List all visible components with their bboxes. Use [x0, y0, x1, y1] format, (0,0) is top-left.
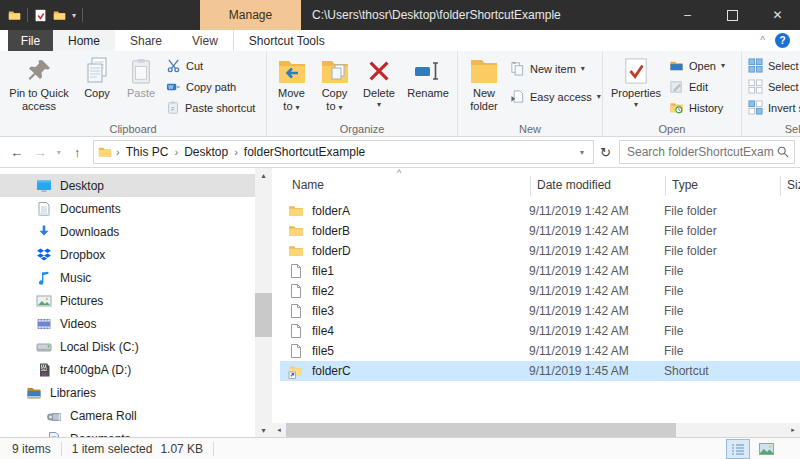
rename-button[interactable]: Rename	[402, 53, 454, 102]
pin-icon	[25, 55, 53, 87]
address-history-caret-icon[interactable]: ▾	[575, 148, 589, 157]
breadcrumb-desktop[interactable]: Desktop	[182, 145, 230, 159]
sidebar-item-tr400gba-d[interactable]: SDxctr400gbA (D:)	[0, 358, 255, 381]
file-row-file3[interactable]: file39/11/2019 1:42 AMFile	[280, 301, 800, 321]
file-row-file4[interactable]: file49/11/2019 1:42 AMFile	[280, 321, 800, 341]
close-button[interactable]: ✕	[755, 0, 800, 30]
folder-icon[interactable]	[53, 9, 66, 22]
column-divider[interactable]	[665, 176, 666, 196]
dropdown-caret-icon: ▾	[634, 100, 638, 109]
pin-to-quick-access-button[interactable]: Pin to Quick access	[3, 53, 75, 115]
back-button[interactable]: ←	[5, 145, 28, 160]
sidebar-item-libraries[interactable]: Libraries	[0, 381, 255, 404]
recent-locations-caret-icon[interactable]: ▾	[52, 148, 66, 157]
file-type: File	[664, 264, 800, 278]
sidebar-item-documents[interactable]: Documents	[0, 197, 255, 220]
collapse-ribbon-icon[interactable]: ^	[760, 35, 765, 46]
sidebar-item-dropbox[interactable]: Dropbox	[0, 243, 255, 266]
file-name: folderB	[304, 224, 529, 238]
search-icon[interactable]	[777, 146, 789, 158]
select-none-icon	[748, 79, 763, 94]
desktop-icon	[36, 178, 52, 194]
sidebar-item-videos[interactable]: Videos	[0, 312, 255, 335]
file-row-folderd[interactable]: folderD9/11/2019 1:42 AMFile folder	[280, 241, 800, 261]
column-header-date-modified[interactable]: Date modified	[537, 178, 611, 192]
tab-view[interactable]: View	[177, 30, 233, 51]
file-name: folderD	[304, 244, 529, 258]
paste-shortcut-button[interactable]: F Paste shortcut	[163, 98, 263, 117]
tab-file[interactable]: File	[8, 30, 53, 51]
minimize-button[interactable]: –	[665, 0, 710, 30]
sidebar-item-camera-roll[interactable]: Camera Roll	[0, 404, 255, 427]
copy-path-button[interactable]: W Copy path	[163, 77, 263, 96]
move-to-button[interactable]: Move to ▾	[270, 53, 313, 116]
maximize-button[interactable]	[710, 0, 755, 30]
up-button[interactable]: ↑	[66, 145, 89, 160]
new-folder-button[interactable]: New folder	[461, 53, 507, 115]
refresh-icon[interactable]: ↻	[600, 145, 611, 160]
sidebar-item-music[interactable]: Music	[0, 266, 255, 289]
column-divider[interactable]	[780, 176, 781, 196]
history-button[interactable]: History	[666, 98, 738, 117]
sidebar-item-local-disk-c[interactable]: Local Disk (C:)	[0, 335, 255, 358]
tab-home[interactable]: Home	[53, 30, 115, 51]
address-box[interactable]: › This PC › Desktop › folderShortcutExam…	[93, 140, 594, 164]
sidebar-item-downloads[interactable]: Downloads	[0, 220, 255, 243]
ribbon: Pin to Quick access Copy Paste Cut W Cop…	[0, 51, 800, 137]
scroll-down-icon[interactable]: ▾	[255, 423, 272, 437]
tab-shortcut-tools[interactable]: Shortcut Tools	[233, 30, 340, 51]
forward-button[interactable]: →	[28, 145, 51, 160]
open-button[interactable]: Open ▾	[666, 56, 738, 75]
select-none-button[interactable]: Select none	[745, 77, 800, 96]
delete-button[interactable]: Delete ▾	[356, 53, 402, 111]
tab-manage[interactable]: Manage	[200, 0, 301, 30]
scrollbar-thumb[interactable]	[286, 423, 676, 437]
column-header-size[interactable]: Size	[787, 178, 800, 192]
scrollbar-track[interactable]	[286, 423, 786, 437]
sidebar-item-desktop[interactable]: Desktop	[0, 174, 255, 197]
folder-icon[interactable]	[8, 9, 21, 22]
tab-share[interactable]: Share	[115, 30, 177, 51]
file-row-file5[interactable]: file59/11/2019 1:42 AMFile	[280, 341, 800, 361]
details-view-button[interactable]	[726, 439, 750, 459]
column-divider[interactable]	[530, 176, 531, 196]
scroll-right-icon[interactable]: ▸	[786, 426, 800, 434]
sidebar-scrollbar[interactable]: ▴ ▾	[255, 168, 272, 437]
column-header-name[interactable]: Name	[292, 178, 324, 192]
file-row-file2[interactable]: file29/11/2019 1:42 AMFile	[280, 281, 800, 301]
properties-button[interactable]: Properties ▾	[606, 53, 666, 111]
qat-dropdown-caret-icon[interactable]: ▾	[72, 11, 76, 20]
select-all-button[interactable]: Select all	[745, 56, 800, 75]
help-icon[interactable]: ?	[775, 33, 790, 48]
scroll-left-icon[interactable]: ◂	[272, 426, 286, 434]
edit-button[interactable]: Edit	[666, 77, 738, 96]
dropdown-caret-icon: ▾	[296, 103, 300, 112]
dropbox-icon	[36, 247, 52, 263]
file-row-file1[interactable]: file19/11/2019 1:42 AMFile	[280, 261, 800, 281]
properties-icon[interactable]	[34, 9, 47, 22]
copy-button[interactable]: Copy	[75, 53, 119, 102]
history-icon	[669, 100, 684, 115]
svg-text:xc: xc	[42, 370, 48, 376]
sidebar-item-documents[interactable]: Documents	[0, 427, 255, 437]
breadcrumb-this-pc[interactable]: This PC	[124, 145, 171, 159]
scroll-up-icon[interactable]: ▴	[255, 168, 272, 182]
invert-selection-button[interactable]: Invert selection	[745, 98, 800, 117]
file-row-folderb[interactable]: folderB9/11/2019 1:42 AMFile folder	[280, 221, 800, 241]
breadcrumb-current-folder[interactable]: folderShortcutExample	[242, 145, 367, 159]
easy-access-button[interactable]: Easy access ▾	[507, 87, 599, 106]
cut-button[interactable]: Cut	[163, 56, 263, 75]
paste-button[interactable]: Paste	[119, 53, 163, 102]
file-type: File folder	[664, 244, 800, 258]
horizontal-scrollbar[interactable]: ◂ ▸	[272, 423, 800, 437]
scrollbar-thumb[interactable]	[255, 293, 272, 337]
search-input[interactable]	[625, 144, 777, 160]
new-item-button[interactable]: New item ▾	[507, 59, 599, 78]
thumbnails-view-button[interactable]	[754, 439, 778, 459]
copy-to-button[interactable]: Copy to ▾	[313, 53, 356, 116]
paste-icon	[129, 55, 153, 87]
sidebar-item-pictures[interactable]: Pictures	[0, 289, 255, 312]
file-row-folderc[interactable]: folderC9/11/2019 1:45 AMShortcut	[280, 361, 800, 381]
column-header-type[interactable]: Type	[672, 178, 698, 192]
file-row-foldera[interactable]: folderA9/11/2019 1:42 AMFile folder	[280, 201, 800, 221]
